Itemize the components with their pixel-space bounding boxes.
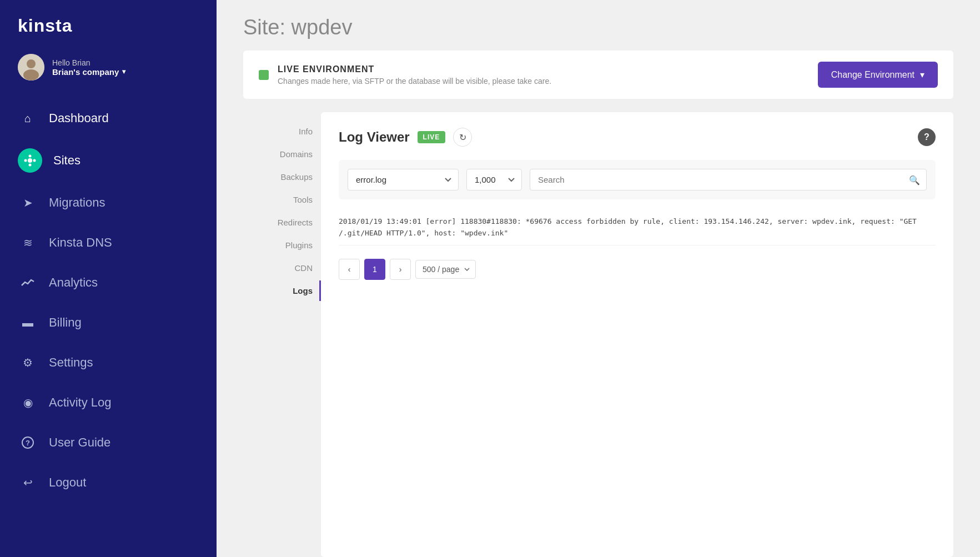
- sites-icon: [18, 148, 42, 173]
- sidebar-item-dashboard[interactable]: ⌂ Dashboard: [0, 98, 217, 138]
- log-entries: 2018/01/19 13:49:01 [error] 118830#11883…: [339, 210, 936, 245]
- env-description: Changes made here, via SFTP or the datab…: [278, 77, 551, 86]
- site-nav-cdn[interactable]: CDN: [243, 258, 321, 278]
- dns-icon: ≋: [18, 233, 38, 253]
- help-button[interactable]: ?: [918, 128, 936, 146]
- log-panel-header: Log Viewer LIVE ↻ ?: [339, 128, 936, 147]
- log-viewer-panel: Log Viewer LIVE ↻ ? error.log access.log…: [321, 112, 953, 557]
- log-count-select[interactable]: 100 500 1,000 5,000: [466, 169, 522, 190]
- site-subnav: Info Domains Backups Tools Redirects Plu…: [243, 112, 321, 557]
- site-content: Info Domains Backups Tools Redirects Plu…: [243, 112, 953, 557]
- sidebar-item-label: Activity Log: [49, 395, 112, 410]
- log-search-input[interactable]: [530, 169, 927, 190]
- sidebar-item-label: Logout: [49, 475, 86, 490]
- env-info: LIVE ENVIRONMENT Changes made here, via …: [259, 64, 551, 86]
- home-icon: ⌂: [18, 108, 38, 128]
- site-nav-redirects[interactable]: Redirects: [243, 212, 321, 233]
- site-nav-logs[interactable]: Logs: [243, 280, 321, 301]
- env-text: LIVE ENVIRONMENT Changes made here, via …: [278, 64, 551, 86]
- sidebar-item-logout[interactable]: ↩ Logout: [0, 463, 217, 503]
- sidebar-item-user-guide[interactable]: ? User Guide: [0, 423, 217, 463]
- sidebar-item-billing[interactable]: ▬ Billing: [0, 303, 217, 343]
- sidebar-item-kinsta-dns[interactable]: ≋ Kinsta DNS: [0, 223, 217, 263]
- logout-icon: ↩: [18, 473, 38, 493]
- pagination: ‹ 1 › 500 / page 250 / page 100 / page: [339, 259, 936, 280]
- log-panel-title-area: Log Viewer LIVE ↻: [339, 128, 472, 147]
- environment-banner: LIVE ENVIRONMENT Changes made here, via …: [243, 51, 953, 99]
- activity-log-icon: ◉: [18, 393, 38, 413]
- sidebar-item-activity-log[interactable]: ◉ Activity Log: [0, 383, 217, 423]
- svg-point-5: [29, 164, 32, 167]
- user-hello: Hello Brian: [52, 58, 199, 67]
- sidebar-item-label: Sites: [53, 153, 81, 168]
- svg-point-2: [23, 69, 39, 81]
- page-header: Site: wpdev: [217, 0, 980, 51]
- log-viewer-title: Log Viewer: [339, 129, 410, 145]
- sidebar-item-label: Dashboard: [49, 111, 109, 126]
- sidebar-item-label: Settings: [49, 355, 93, 370]
- search-icon: 🔍: [909, 174, 920, 185]
- site-nav-info[interactable]: Info: [243, 121, 321, 142]
- prev-page-button[interactable]: ‹: [339, 259, 360, 280]
- sidebar-user: Hello Brian Brian's company ▾: [0, 47, 217, 94]
- svg-point-1: [27, 59, 36, 68]
- sidebar-item-label: Kinsta DNS: [49, 235, 112, 250]
- avatar: [18, 54, 44, 81]
- sidebar-item-label: Migrations: [49, 195, 105, 210]
- sidebar-item-settings[interactable]: ⚙ Settings: [0, 343, 217, 383]
- sidebar-nav: ⌂ Dashboard Sites ➤ Migrations ≋ Kinsta …: [0, 94, 217, 507]
- svg-point-3: [28, 158, 32, 163]
- per-page-select[interactable]: 500 / page 250 / page 100 / page: [415, 260, 476, 279]
- refresh-button[interactable]: ↻: [453, 128, 472, 147]
- log-file-select[interactable]: error.log access.log kinsta-cache-perf.l…: [348, 169, 459, 190]
- sidebar-item-migrations[interactable]: ➤ Migrations: [0, 183, 217, 223]
- sidebar-logo: kinsta: [0, 0, 217, 47]
- settings-icon: ⚙: [18, 353, 38, 373]
- main-content: Site: wpdev LIVE ENVIRONMENT Changes mad…: [217, 0, 980, 557]
- env-status-dot: [259, 70, 269, 80]
- logo-text: kinsta: [18, 16, 199, 36]
- sidebar-item-analytics[interactable]: Analytics: [0, 263, 217, 303]
- user-info: Hello Brian Brian's company ▾: [52, 58, 199, 77]
- page-1-button[interactable]: 1: [364, 259, 385, 280]
- logo-k: k: [18, 16, 28, 36]
- user-company[interactable]: Brian's company ▾: [52, 67, 199, 77]
- site-nav-plugins[interactable]: Plugins: [243, 235, 321, 255]
- svg-point-7: [33, 159, 36, 162]
- svg-point-4: [29, 155, 32, 158]
- sidebar-item-label: User Guide: [49, 435, 110, 450]
- sidebar-item-sites[interactable]: Sites: [0, 138, 217, 183]
- page-title: Site: wpdev: [243, 16, 953, 39]
- billing-icon: ▬: [18, 313, 38, 333]
- svg-point-6: [24, 159, 27, 162]
- sidebar-item-label: Analytics: [49, 275, 98, 290]
- user-guide-icon: ?: [18, 433, 38, 453]
- log-entry: 2018/01/19 13:49:01 [error] 118830#11883…: [339, 210, 936, 245]
- site-nav-domains[interactable]: Domains: [243, 144, 321, 164]
- sidebar: kinsta Hello Brian Brian's company ▾ ⌂ D…: [0, 0, 217, 557]
- env-title: LIVE ENVIRONMENT: [278, 64, 551, 74]
- migrations-icon: ➤: [18, 193, 38, 213]
- chevron-down-icon: ▾: [920, 69, 924, 80]
- site-nav-backups[interactable]: Backups: [243, 167, 321, 187]
- logo-insta: insta: [28, 16, 73, 36]
- site-nav-tools[interactable]: Tools: [243, 189, 321, 210]
- live-badge: LIVE: [418, 131, 446, 143]
- analytics-icon: [18, 273, 38, 293]
- next-page-button[interactable]: ›: [390, 259, 411, 280]
- log-search-wrapper: 🔍: [530, 169, 927, 190]
- log-controls: error.log access.log kinsta-cache-perf.l…: [339, 160, 936, 199]
- svg-text:?: ?: [26, 439, 30, 447]
- chevron-down-icon: ▾: [122, 68, 125, 76]
- sidebar-item-label: Billing: [49, 315, 82, 330]
- change-environment-button[interactable]: Change Environment ▾: [818, 62, 938, 88]
